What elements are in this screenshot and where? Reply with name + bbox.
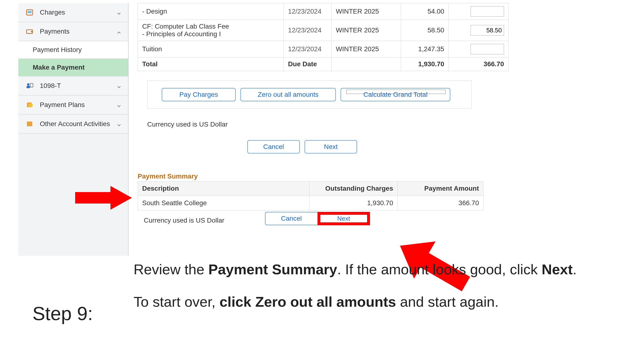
instruction-paragraph-1: Review the Payment Summary. If the amoun… [134, 260, 587, 279]
text: To start over, [134, 294, 220, 310]
charges-table: - Design 12/23/2024 WINTER 2025 54.00 CF… [138, 3, 508, 71]
charge-input-cell [449, 41, 508, 57]
charge-desc: CF: Computer Lab Class Fee - Principles … [138, 20, 284, 41]
charge-amount: 54.00 [401, 3, 449, 20]
payment-summary-title: Payment Summary [138, 173, 543, 180]
charge-desc: - Design [138, 3, 284, 20]
text-bold: Next [542, 261, 573, 277]
svg-point-5 [27, 83, 29, 85]
chevron-down-icon [117, 83, 122, 88]
button-label: Next [337, 215, 350, 222]
charge-amount-input[interactable] [470, 25, 504, 35]
due-date-label: Due Date [284, 57, 332, 71]
sidebar-item-1098t[interactable]: 1098-T [18, 76, 128, 96]
currency-note: Currency used is US Dollar [144, 217, 224, 224]
table-header-row: Description Outstanding Charges Payment … [138, 181, 484, 196]
total-label: Total [138, 57, 284, 71]
sidebar-label: Other Account Activities [40, 120, 110, 128]
text: and start again. [396, 294, 498, 310]
sidebar-item-payment-history[interactable]: Payment History [18, 41, 128, 59]
empty-cell [332, 57, 401, 71]
text: . If the amount looks good, click [337, 261, 542, 277]
app-screenshot: Charges Payments Payment History Make a … [18, 3, 543, 263]
text-bold: click Zero out all amounts [220, 294, 396, 310]
chevron-down-icon [117, 10, 122, 15]
total-input-amount: 366.70 [449, 57, 508, 71]
calculate-total-button[interactable]: Calculate Grand Total [340, 88, 450, 101]
instructions-text: Review the Payment Summary. If the amoun… [134, 260, 587, 312]
chevron-up-icon [117, 29, 122, 34]
charge-amount-input[interactable] [470, 6, 504, 17]
text: Review the [134, 261, 208, 277]
charge-input-cell [449, 3, 508, 20]
charge-date: 12/23/2024 [284, 3, 332, 20]
table-total-row: Total Due Date 1,930.70 366.70 [138, 57, 508, 71]
sidebar-item-payments[interactable]: Payments [18, 22, 128, 41]
svg-rect-10 [27, 121, 32, 126]
charge-desc: Tuition [138, 41, 284, 57]
sidebar-label: Payments [40, 28, 70, 35]
table-row: Tuition 12/23/2024 WINTER 2025 1,247.35 [138, 41, 508, 57]
sidebar-item-other-activities[interactable]: Other Account Activities [18, 115, 128, 134]
svg-point-4 [31, 31, 32, 32]
main-content: - Design 12/23/2024 WINTER 2025 54.00 CF… [138, 3, 543, 225]
cancel-button[interactable]: Cancel [247, 140, 300, 153]
sidebar-item-make-payment[interactable]: Make a Payment [18, 59, 128, 76]
charges-icon [25, 8, 34, 17]
sidebar-item-charges[interactable]: Charges [18, 3, 128, 22]
charge-input-cell [449, 20, 508, 41]
svg-rect-7 [30, 83, 33, 87]
summary-desc: South Seattle College [138, 196, 309, 210]
total-amount: 1,930.70 [401, 57, 449, 71]
charge-term: WINTER 2025 [332, 20, 401, 41]
charge-date: 12/23/2024 [284, 41, 332, 57]
charge-amount: 1,247.35 [401, 41, 449, 57]
col-payment-amount: Payment Amount [398, 181, 484, 196]
cancel-button[interactable]: Cancel [265, 212, 318, 225]
charge-amount-input[interactable] [470, 44, 504, 54]
charge-term: WINTER 2025 [332, 3, 401, 20]
person-doc-icon [25, 81, 34, 90]
text: . [573, 261, 577, 277]
step-label: Step 9: [32, 303, 93, 325]
col-description: Description [138, 181, 309, 196]
charge-date: 12/23/2024 [284, 20, 332, 41]
sidebar-label: Charges [40, 8, 65, 16]
currency-note: Currency used is US Dollar [147, 121, 543, 128]
payment-summary-table: Description Outstanding Charges Payment … [138, 181, 484, 210]
text-bold: Payment Summary [208, 261, 337, 277]
zero-out-button[interactable]: Zero out all amounts [240, 88, 336, 101]
next-button-highlighted[interactable]: Next [318, 212, 370, 225]
charge-desc-line: CF: Computer Lab Class Fee [142, 23, 279, 30]
sidebar-label: Payment History [33, 46, 82, 54]
svg-rect-9 [28, 104, 33, 107]
table-row: - Design 12/23/2024 WINTER 2025 54.00 [138, 3, 508, 20]
sidebar-label: Make a Payment [33, 64, 85, 71]
svg-rect-6 [26, 86, 30, 88]
table-row: CF: Computer Lab Class Fee - Principles … [138, 20, 508, 41]
col-outstanding: Outstanding Charges [309, 181, 398, 196]
button-row: Pay Charges Zero out all amounts Calcula… [147, 80, 472, 109]
instruction-paragraph-2: To start over, click Zero out all amount… [134, 292, 587, 312]
pay-charges-button[interactable]: Pay Charges [162, 88, 236, 101]
table-row: South Seattle College 1,930.70 366.70 [138, 196, 484, 210]
charge-term: WINTER 2025 [332, 41, 401, 57]
summary-payment: 366.70 [398, 196, 484, 210]
chevron-down-icon [117, 102, 122, 107]
next-button[interactable]: Next [304, 140, 357, 153]
payments-icon [25, 27, 34, 36]
sidebar: Charges Payments Payment History Make a … [18, 3, 128, 256]
cancel-next-row-2: Cancel Next [265, 212, 370, 225]
sidebar-item-payment-plans[interactable]: Payment Plans [18, 96, 128, 115]
charge-amount: 58.50 [401, 20, 449, 41]
summary-outstanding: 1,930.70 [309, 196, 398, 210]
cancel-next-row: Cancel Next [247, 140, 543, 153]
charge-desc-line: - Principles of Accounting I [142, 30, 279, 38]
chevron-down-icon [117, 121, 122, 126]
payment-plans-icon [25, 100, 34, 109]
focus-indicator [346, 90, 446, 94]
sidebar-label: Payment Plans [40, 101, 85, 109]
folder-icon [25, 119, 34, 128]
sidebar-label: 1098-T [40, 82, 61, 90]
